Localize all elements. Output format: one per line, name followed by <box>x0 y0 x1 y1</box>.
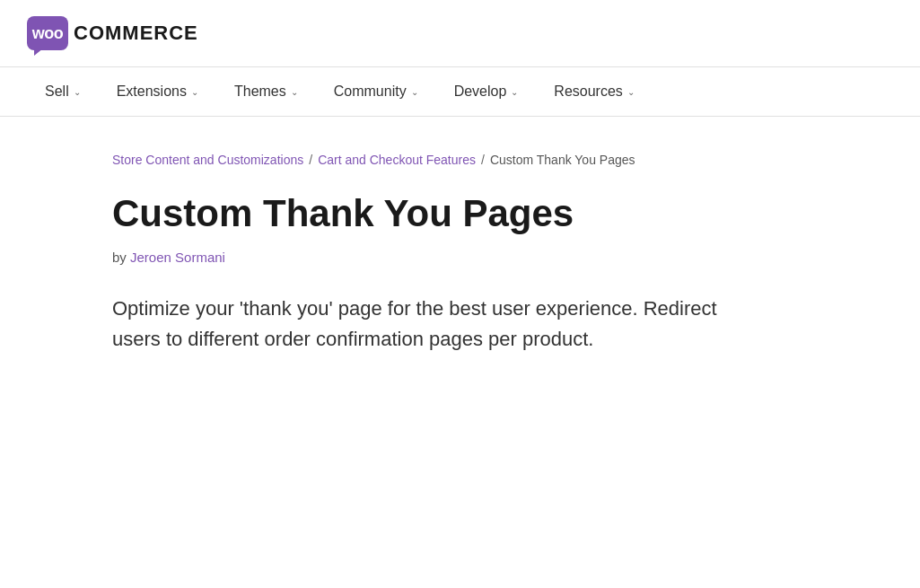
woo-bubble-icon: woo <box>27 16 68 50</box>
nav-item-extensions: Extensions ⌄ <box>99 67 216 116</box>
nav-label-develop: Develop <box>454 83 507 100</box>
author-name-link[interactable]: Jeroen Sormani <box>130 250 225 265</box>
nav-label-extensions: Extensions <box>117 83 187 100</box>
nav-label-resources: Resources <box>554 83 622 100</box>
nav-link-community[interactable]: Community ⌄ <box>316 67 436 116</box>
nav-label-sell: Sell <box>45 83 69 100</box>
site-logo[interactable]: woo COMMERCE <box>27 16 198 50</box>
breadcrumb: Store Content and Customizations / Cart … <box>112 153 781 167</box>
page-description: Optimize your 'thank you' page for the b… <box>112 294 758 355</box>
nav-item-themes: Themes ⌄ <box>216 67 316 116</box>
breadcrumb-separator-2: / <box>481 153 485 167</box>
breadcrumb-separator-1: / <box>309 153 312 167</box>
breadcrumb-link-cart-checkout[interactable]: Cart and Checkout Features <box>318 153 476 167</box>
main-nav: Sell ⌄ Extensions ⌄ Themes ⌄ Community ⌄ <box>0 67 920 117</box>
author-prefix: by <box>112 250 127 265</box>
commerce-logo-text: COMMERCE <box>74 22 198 45</box>
woo-logo-text: woo <box>32 24 64 43</box>
breadcrumb-link-store-content[interactable]: Store Content and Customizations <box>112 153 303 167</box>
author-line: by Jeroen Sormani <box>112 250 781 265</box>
nav-label-themes: Themes <box>234 83 286 100</box>
breadcrumb-current: Custom Thank You Pages <box>490 153 635 167</box>
main-content: Store Content and Customizations / Cart … <box>0 117 808 391</box>
nav-link-themes[interactable]: Themes ⌄ <box>216 67 316 116</box>
nav-item-sell: Sell ⌄ <box>27 67 99 116</box>
chevron-down-icon: ⌄ <box>511 87 518 97</box>
nav-link-extensions[interactable]: Extensions ⌄ <box>99 67 216 116</box>
nav-list: Sell ⌄ Extensions ⌄ Themes ⌄ Community ⌄ <box>27 67 893 116</box>
site-header: woo COMMERCE <box>0 0 920 67</box>
nav-link-resources[interactable]: Resources ⌄ <box>536 67 652 116</box>
nav-item-resources: Resources ⌄ <box>536 67 652 116</box>
chevron-down-icon: ⌄ <box>411 87 418 97</box>
chevron-down-icon: ⌄ <box>627 87 635 97</box>
chevron-down-icon: ⌄ <box>191 87 198 97</box>
nav-item-develop: Develop ⌄ <box>436 67 537 116</box>
nav-link-sell[interactable]: Sell ⌄ <box>27 67 99 116</box>
page-title: Custom Thank You Pages <box>112 192 781 235</box>
nav-link-develop[interactable]: Develop ⌄ <box>436 67 537 116</box>
nav-item-community: Community ⌄ <box>316 67 436 116</box>
chevron-down-icon: ⌄ <box>74 87 81 97</box>
nav-label-community: Community <box>334 83 407 100</box>
chevron-down-icon: ⌄ <box>291 87 298 97</box>
